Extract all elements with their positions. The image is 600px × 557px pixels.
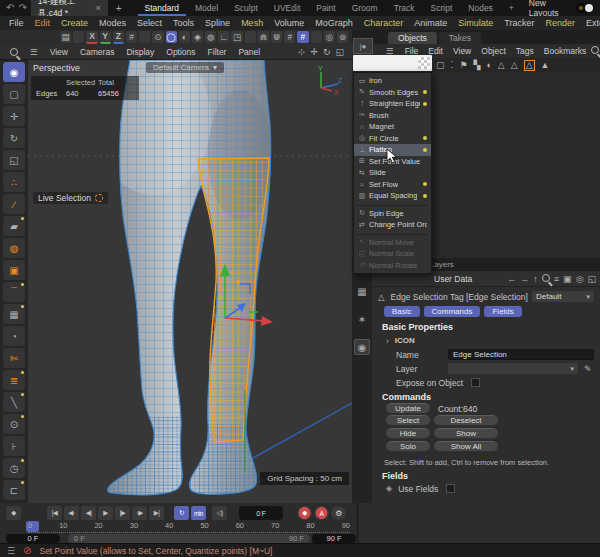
measure-tool[interactable]: ⊦	[3, 436, 25, 456]
hamburger-icon[interactable]: ☰	[30, 47, 38, 57]
menu-file[interactable]: File	[4, 18, 29, 28]
object-mode[interactable]: ▣	[3, 260, 25, 280]
viewport-menu-item[interactable]: Filter	[202, 47, 233, 57]
triangle-outline2-icon[interactable]: △	[511, 60, 518, 70]
plane-box-icon[interactable]: ◳	[231, 31, 242, 43]
layout-tab[interactable]: Track	[387, 0, 422, 16]
menu-item[interactable]	[357, 202, 428, 206]
autokey-button[interactable]: A	[314, 506, 329, 520]
layout-tab[interactable]: Groom	[345, 0, 385, 16]
mode-dot-icon[interactable]: ⊙	[152, 31, 163, 43]
checker-icon[interactable]: ▚	[473, 60, 480, 70]
layout-tab[interactable]: Sculpt	[227, 0, 265, 16]
lock-z-axis[interactable]: Z	[113, 31, 124, 44]
tool-pin-icon[interactable]: |●	[353, 38, 373, 54]
use-fields-checkbox[interactable]	[446, 484, 455, 493]
command-button[interactable]: Hide	[386, 428, 430, 439]
attribute-tab[interactable]: Basic	[384, 306, 420, 317]
menu-simulate[interactable]: Simulate	[453, 18, 498, 28]
rotate-view-icon[interactable]: ↻	[323, 47, 331, 57]
layer-dropdown[interactable]: ▾	[448, 363, 578, 374]
menu-item-smooth-edges[interactable]: ✎ Smooth Edges	[354, 87, 431, 99]
redo-icon[interactable]: ↷	[18, 1, 26, 15]
menu-item-normal-rotate[interactable]: ↺ Normal Rotate	[354, 260, 431, 272]
back-icon[interactable]: ←	[507, 274, 516, 284]
menu-tools[interactable]: Tools	[168, 18, 199, 28]
objects-menu-item[interactable]: Object	[476, 46, 511, 56]
update-button[interactable]: Update	[386, 403, 430, 414]
layers-tool[interactable]: ≣	[3, 370, 25, 390]
mode-sphere-icon[interactable]: ◍	[205, 31, 216, 43]
viewport-3d[interactable]: Perspective Selected Total Edges 640 654…	[28, 60, 352, 503]
camera-label[interactable]: Default Camera ▾	[146, 62, 224, 73]
viewport-menu-item[interactable]: View	[44, 47, 74, 57]
render-settings-icon[interactable]: ▦	[354, 283, 370, 299]
timer-tool[interactable]: ◷	[3, 458, 25, 478]
play-button[interactable]: ▶	[98, 506, 113, 520]
next-frame-button[interactable]: |▶	[115, 506, 130, 520]
flag-icon[interactable]: ⚑	[459, 60, 467, 70]
menu-mograph[interactable]: MoGraph	[310, 18, 358, 28]
target-icon[interactable]: ◎	[576, 274, 584, 284]
preview-range-slider[interactable]: 0 F 90 F	[68, 534, 310, 543]
menu-item-iron[interactable]: ▭ Iron	[354, 75, 431, 87]
frame-field[interactable]: 0 F	[239, 506, 283, 520]
range-start-field[interactable]: 0 F	[6, 534, 60, 543]
viewport-menu-item[interactable]: Display	[120, 47, 160, 57]
icon-group-label[interactable]: ICON	[395, 336, 415, 345]
frame-ruler[interactable]: 0102030405060708090	[0, 521, 358, 534]
layout-tab[interactable]: Model	[188, 0, 225, 16]
preset-dropdown[interactable]: Default ▾	[532, 291, 594, 302]
hamburger-icon[interactable]: ☰	[7, 546, 15, 556]
body-mesh[interactable]	[95, 60, 288, 503]
filter-icon[interactable]: ≡	[554, 274, 559, 284]
menu-item-equal-spacing[interactable]: ▥ Equal Spacing	[354, 190, 431, 202]
layout-tab[interactable]: UVEdit	[267, 0, 307, 16]
menu-volume[interactable]: Volume	[269, 18, 309, 28]
panel-tab[interactable]: Takes	[439, 32, 481, 44]
command-button[interactable]: Deselect	[434, 415, 498, 426]
keying-settings-button[interactable]: ⚙	[331, 506, 346, 520]
search-icon[interactable]	[10, 48, 18, 56]
command-button[interactable]: Solo	[386, 441, 430, 452]
keyframe-button[interactable]: ◆	[6, 506, 21, 520]
menu-item-straighten-edges[interactable]: ⊺ Straighten Edges	[354, 98, 431, 110]
layout-tab[interactable]: Standard	[138, 0, 187, 16]
dots-icon[interactable]: ⁚	[451, 60, 454, 70]
points-mode[interactable]: ∴	[3, 172, 25, 192]
quantize-grid-icon[interactable]: #	[284, 31, 295, 43]
lock-icon[interactable]: ▣	[563, 274, 572, 284]
menu-item-fit-circle[interactable]: ◎ Fit Circle	[354, 133, 431, 145]
grid-snap-icon[interactable]: #	[297, 31, 308, 43]
mode-cube-icon[interactable]: ◈	[192, 31, 203, 43]
shield-icon[interactable]: ◉	[354, 339, 370, 355]
view-label[interactable]: Perspective	[33, 63, 80, 73]
menu-create[interactable]: Create	[56, 18, 93, 28]
menu-item-normal-move[interactable]: ↖ Normal Move	[354, 237, 431, 249]
expose-checkbox[interactable]	[471, 378, 480, 387]
move-view-icon[interactable]: ✛	[310, 47, 318, 57]
pan-icon[interactable]: ⊹	[298, 47, 306, 57]
cage-deform-tool[interactable]: ▦	[3, 304, 25, 324]
edges-mode[interactable]: ∕	[3, 194, 25, 214]
live-selection-tool[interactable]: ◉	[3, 62, 25, 82]
viewport-menu-item[interactable]: Panel	[232, 47, 266, 57]
expand-icon[interactable]: ◱	[587, 274, 596, 284]
target-a-icon[interactable]: ◎	[324, 31, 335, 43]
layout-tab[interactable]: +	[502, 0, 521, 16]
undo-icon[interactable]: ↶	[6, 1, 14, 15]
coord-system-icon[interactable]: #	[126, 31, 137, 43]
menu-item-magnet[interactable]: ∩ Magnet	[354, 121, 431, 133]
up-icon[interactable]: ↑	[533, 274, 538, 284]
lock-y-axis[interactable]: Y	[100, 31, 111, 44]
mode-half-icon[interactable]: ◐	[179, 31, 190, 43]
target-b-icon[interactable]: ⊚	[337, 31, 348, 43]
sparkle-icon[interactable]: ✶	[354, 311, 370, 327]
rectangle-selection-tool[interactable]: ▢	[3, 84, 25, 104]
needle-tool[interactable]: ╲	[3, 392, 25, 412]
rotate-tool[interactable]: ↻	[3, 128, 25, 148]
menu-edit[interactable]: Edit	[30, 18, 56, 28]
layout-tab[interactable]: Nodes	[461, 0, 500, 16]
menu-item-brush[interactable]: ✑ Brush	[354, 110, 431, 122]
menu-render[interactable]: Render	[540, 18, 580, 28]
